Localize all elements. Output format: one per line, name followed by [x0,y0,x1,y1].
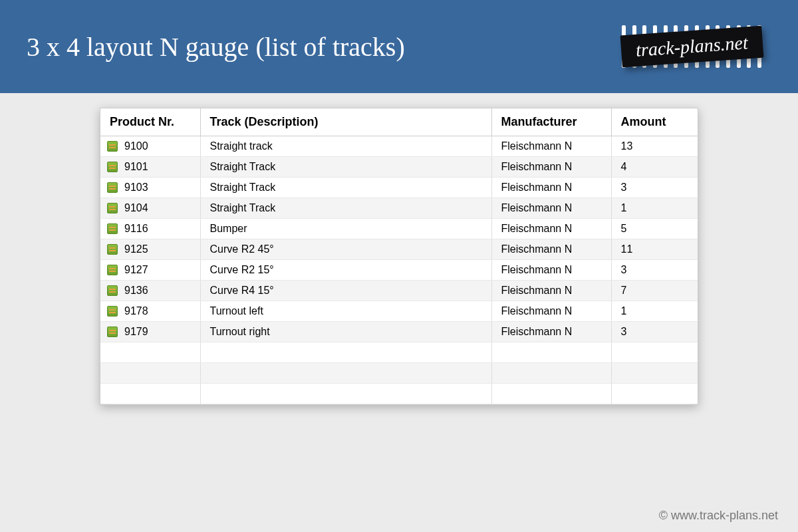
track-icon [107,244,118,255]
footer-copyright: © www.track-plans.net [659,509,778,523]
cell-manufacturer: Fleischmann N [491,157,611,178]
header-bar: 3 x 4 layout N gauge (list of tracks) tr… [0,0,798,93]
product-nr-value: 9116 [124,223,148,235]
cell-amount: 3 [611,178,698,198]
cell-empty [491,384,611,404]
cell-description: Straight Track [200,178,491,198]
track-icon [107,162,118,172]
cell-empty [611,363,698,384]
table-row: 9125Curve R2 45°Fleischmann N11 [100,239,698,260]
cell-manufacturer: Fleischmann N [491,178,611,198]
table-row-empty [100,384,698,404]
cell-description: Curve R2 15° [200,260,491,281]
cell-amount: 5 [611,219,698,239]
product-nr-value: 9103 [124,182,148,194]
cell-empty [100,384,200,404]
cell-manufacturer: Fleischmann N [491,322,611,342]
cell-amount: 4 [611,157,698,178]
cell-product-nr: 9104 [100,198,200,219]
cell-empty [200,384,491,404]
cell-empty [100,342,200,363]
product-nr-value: 9101 [124,161,148,173]
table-row: 9101Straight TrackFleischmann N4 [100,157,698,178]
cell-manufacturer: Fleischmann N [491,260,611,281]
tracks-table: Product Nr. Track (Description) Manufact… [100,108,698,404]
cell-product-nr: 9178 [100,301,200,322]
cell-empty [491,363,611,384]
cell-product-nr: 9127 [100,260,200,281]
cell-manufacturer: Fleischmann N [491,219,611,239]
table-row: 9100Straight trackFleischmann N13 [100,136,698,157]
cell-description: Straight track [200,136,491,157]
cell-product-nr: 9100 [100,136,200,157]
track-icon [107,265,118,275]
product-nr-value: 9179 [124,326,148,338]
table-row: 9127Curve R2 15°Fleischmann N3 [100,260,698,281]
product-nr-value: 9100 [124,140,148,152]
page-title: 3 x 4 layout N gauge (list of tracks) [27,31,405,63]
cell-manufacturer: Fleischmann N [491,281,611,301]
table-header-row: Product Nr. Track (Description) Manufact… [100,108,698,136]
cell-amount: 3 [611,260,698,281]
table-row: 9104Straight TrackFleischmann N1 [100,198,698,219]
cell-amount: 11 [611,239,698,260]
cell-manufacturer: Fleischmann N [491,301,611,322]
table-row: 9178Turnout leftFleischmann N1 [100,301,698,322]
cell-amount: 7 [611,281,698,301]
cell-manufacturer: Fleischmann N [491,136,611,157]
content-area: Product Nr. Track (Description) Manufact… [0,93,798,405]
tracks-table-container: Product Nr. Track (Description) Manufact… [100,108,698,405]
col-manufacturer: Manufacturer [491,108,611,136]
cell-empty [611,384,698,404]
cell-amount: 13 [611,136,698,157]
cell-description: Turnout left [200,301,491,322]
track-icon [107,223,118,234]
product-nr-value: 9127 [124,264,148,276]
cell-product-nr: 9101 [100,157,200,178]
cell-manufacturer: Fleischmann N [491,198,611,219]
table-row: 9103Straight TrackFleischmann N3 [100,178,698,198]
cell-amount: 3 [611,322,698,342]
cell-description: Bumper [200,219,491,239]
cell-description: Curve R2 45° [200,239,491,260]
cell-product-nr: 9125 [100,239,200,260]
cell-amount: 1 [611,198,698,219]
table-row-empty [100,342,698,363]
cell-product-nr: 9103 [100,178,200,198]
site-logo: track-plans.net [612,31,771,63]
table-row: 9179Turnout rightFleischmann N3 [100,322,698,342]
track-icon [107,203,118,213]
product-nr-value: 9104 [124,202,148,214]
product-nr-value: 9178 [124,305,148,317]
table-row-empty [100,363,698,384]
cell-empty [611,342,698,363]
cell-product-nr: 9179 [100,322,200,342]
cell-product-nr: 9136 [100,281,200,301]
cell-empty [100,363,200,384]
cell-manufacturer: Fleischmann N [491,239,611,260]
product-nr-value: 9125 [124,243,148,255]
col-amount: Amount [611,108,698,136]
track-icon [107,306,118,317]
cell-amount: 1 [611,301,698,322]
cell-empty [491,342,611,363]
cell-description: Curve R4 15° [200,281,491,301]
cell-description: Straight Track [200,198,491,219]
cell-product-nr: 9116 [100,219,200,239]
cell-description: Straight Track [200,157,491,178]
table-row: 9136Curve R4 15°Fleischmann N7 [100,281,698,301]
col-description: Track (Description) [200,108,491,136]
track-icon [107,182,118,193]
table-row: 9116BumperFleischmann N5 [100,219,698,239]
cell-empty [200,342,491,363]
cell-description: Turnout right [200,322,491,342]
track-icon [107,141,118,152]
cell-empty [200,363,491,384]
track-icon [107,285,118,296]
track-icon [107,327,118,337]
product-nr-value: 9136 [124,285,148,297]
col-product-nr: Product Nr. [100,108,200,136]
